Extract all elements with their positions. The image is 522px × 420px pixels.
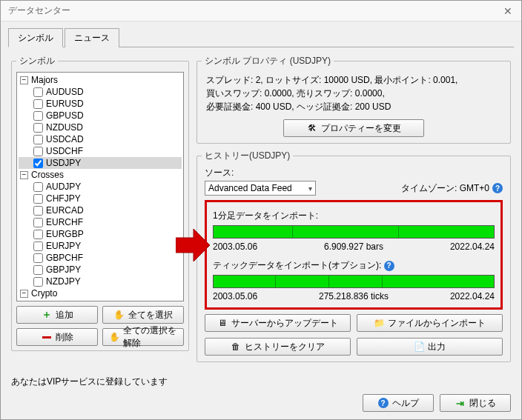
checkbox[interactable] <box>33 135 43 144</box>
export-button[interactable]: 📄 出力 <box>357 338 503 356</box>
chevron-down-icon: ▾ <box>308 184 312 193</box>
help-icon: ? <box>378 398 389 408</box>
tree-item-eurusd[interactable]: EURUSD <box>19 98 182 110</box>
window-close-button[interactable]: ✕ <box>499 4 517 19</box>
tree-group-majors[interactable]: − Majors <box>19 74 182 86</box>
checkbox[interactable] <box>33 265 43 275</box>
symbol-tree[interactable]: − Majors AUDUSD EURUSD GBPUSD NZDUSD USD… <box>16 72 184 301</box>
tab-label: ニュース <box>74 33 110 43</box>
tree-item-label: USDJPY <box>46 158 81 168</box>
tree-item-chfjpy[interactable]: CHFJPY <box>19 193 182 204</box>
hand-icon: ✋ <box>109 332 119 342</box>
tree-item-eurjpy[interactable]: EURJPY <box>19 240 182 252</box>
checkbox[interactable] <box>33 194 43 204</box>
help-icon[interactable]: ? <box>384 261 394 271</box>
import-tick-label: ティックデータをインポート(オプション): ? <box>213 259 495 272</box>
tree-group-crypto[interactable]: − Crypto <box>19 287 182 299</box>
tree-item-audusd[interactable]: AUDUSD <box>19 86 182 98</box>
tree-item-usdchf[interactable]: USDCHF <box>19 145 182 157</box>
deselect-all-button[interactable]: ✋ 全ての選択を解除 <box>102 328 184 346</box>
history-legend: ヒストリー(USDJPY) <box>202 150 293 162</box>
delete-button[interactable]: 削除 <box>16 328 98 346</box>
tree-group-label: Crypto <box>31 288 57 299</box>
tab-news[interactable]: ニュース <box>65 28 119 47</box>
checkbox[interactable] <box>33 241 43 251</box>
tree-item-label: EURUSD <box>46 99 84 109</box>
add-button[interactable]: ＋ 追加 <box>16 306 98 324</box>
select-all-button[interactable]: ✋ 全てを選択 <box>102 306 184 324</box>
history-highlight-box: 1分足データをインポート: 2003.05.06 6.909.927 bars … <box>205 200 503 310</box>
symbol-button-grid: ＋ 追加 ✋ 全てを選択 削除 ✋ 全ての選択を解除 <box>16 306 184 346</box>
tree-item-label: EURJPY <box>46 241 81 251</box>
help-icon[interactable]: ? <box>492 183 503 193</box>
history-fieldset: ヒストリー(USDJPY) ソース: Advanced Data Feed ▾ … <box>196 150 511 362</box>
tree-item-label: EURCAD <box>46 205 84 216</box>
checkbox[interactable] <box>33 277 43 287</box>
checkbox[interactable] <box>33 206 43 216</box>
date-end: 2022.04.24 <box>450 291 495 301</box>
button-label: 出力 <box>428 341 446 353</box>
tree-item-label: USDCHF <box>46 146 83 156</box>
bar-count: 6.909.927 bars <box>324 241 383 252</box>
tree-item-eurcad[interactable]: EURCAD <box>19 204 182 216</box>
content-area: シンボル − Majors AUDUSD EURUSD GBPUSD NZDUS… <box>1 47 521 371</box>
tree-item-nzdjpy[interactable]: NZDJPY <box>19 276 182 287</box>
export-icon: 📄 <box>414 341 424 352</box>
checkbox[interactable] <box>33 99 43 109</box>
tree-item-usdcad[interactable]: USDCAD <box>19 133 182 145</box>
import-file-button[interactable]: 📁 ファイルからインポート <box>357 314 503 332</box>
checkbox[interactable] <box>33 253 43 263</box>
checkbox[interactable] <box>33 147 43 156</box>
checkbox[interactable] <box>33 159 43 168</box>
help-button[interactable]: ? ヘルプ <box>363 394 434 412</box>
tree-item-gbpjpy[interactable]: GBPJPY <box>19 264 182 276</box>
props-text: スプレッド: 2, ロットサイズ: 10000 USD, 最小ポイント: 0.0… <box>202 72 506 115</box>
tree-item-gbpchf[interactable]: GBPCHF <box>19 252 182 264</box>
progress-meta-tick: 2003.05.06 275.218.836 ticks 2022.04.24 <box>213 291 495 301</box>
combo-value: Advanced Data Feed <box>208 183 292 193</box>
tree-group-crosses[interactable]: − Crosses <box>19 169 182 181</box>
checkbox[interactable] <box>33 111 43 121</box>
symbol-fieldset: シンボル − Majors AUDUSD EURUSD GBPUSD NZDUS… <box>11 55 189 351</box>
tree-group-label: Majors <box>31 75 58 85</box>
tree-item-label: CHFJPY <box>46 193 81 204</box>
tree-item-eurgbp[interactable]: EURGBP <box>19 228 182 240</box>
tree-item-label: EURCHF <box>46 217 83 227</box>
progress-bar-tick <box>213 275 495 288</box>
checkbox[interactable] <box>33 123 43 133</box>
collapse-icon[interactable]: − <box>20 76 28 84</box>
clear-history-button[interactable]: 🗑 ヒストリーをクリア <box>205 338 351 356</box>
data-center-dialog: データセンター ✕ シンボル ニュース シンボル − Majors AUD <box>0 0 522 420</box>
button-label: 全てを選択 <box>128 309 173 321</box>
button-label: 閉じる <box>469 397 496 410</box>
update-server-button[interactable]: 🖥 サーバーからアップデート <box>205 314 351 332</box>
tree-item-usdjpy[interactable]: USDJPY <box>19 157 182 169</box>
close-icon: ✕ <box>503 5 512 17</box>
checkbox[interactable] <box>33 230 43 239</box>
button-label: 追加 <box>56 309 73 321</box>
source-combo[interactable]: Advanced Data Feed ▾ <box>205 181 316 196</box>
date-start: 2003.05.06 <box>213 291 257 301</box>
tree-item-label: GBPUSD <box>46 110 84 121</box>
folder-icon: 📁 <box>374 318 384 328</box>
checkbox[interactable] <box>33 87 43 97</box>
wrench-icon: 🛠 <box>307 123 317 133</box>
timezone-info: タイムゾーン: GMT+0 ? <box>401 182 503 195</box>
close-button[interactable]: ⇥ 閉じる <box>440 394 511 412</box>
collapse-icon[interactable]: − <box>20 171 28 179</box>
collapse-icon[interactable]: − <box>20 290 28 298</box>
props-line: スプレッド: 2, ロットサイズ: 10000 USD, 最小ポイント: 0.0… <box>206 73 501 87</box>
timezone-label: タイムゾーン: GMT+0 <box>401 182 489 195</box>
tree-item-eurchf[interactable]: EURCHF <box>19 216 182 228</box>
change-properties-button[interactable]: 🛠 プロパティーを変更 <box>283 119 424 137</box>
checkbox[interactable] <box>33 218 43 227</box>
tree-item-nzdusd[interactable]: NZDUSD <box>19 121 182 133</box>
tree-item-label: NZDUSD <box>46 122 83 133</box>
tab-symbol[interactable]: シンボル <box>8 28 63 47</box>
tabstrip: シンボル ニュース <box>8 27 514 47</box>
checkbox[interactable] <box>33 182 43 192</box>
tree-item-gbpusd[interactable]: GBPUSD <box>19 110 182 121</box>
tree-item-audjpy[interactable]: AUDJPY <box>19 181 182 193</box>
symbol-legend: シンボル <box>16 55 58 67</box>
import-m1-label: 1分足データをインポート: <box>213 210 495 222</box>
